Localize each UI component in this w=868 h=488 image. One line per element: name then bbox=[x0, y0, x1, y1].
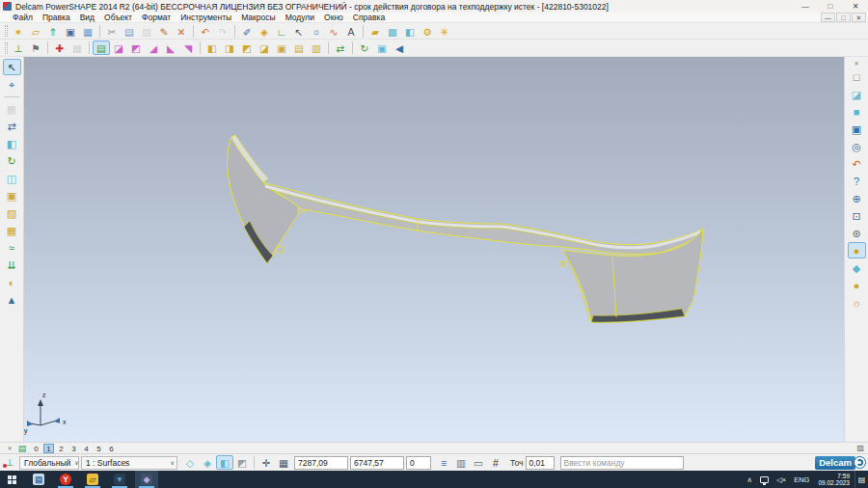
list-view-icon[interactable]: ≡ bbox=[435, 455, 452, 470]
coordinate-z-field[interactable]: 0 bbox=[406, 456, 431, 470]
network-icon[interactable] bbox=[760, 476, 769, 483]
surface-tool-icon[interactable]: ▰ bbox=[366, 24, 384, 39]
assembly-refresh-icon[interactable]: ↻ bbox=[356, 41, 373, 55]
model-canvas[interactable]: z y x bbox=[24, 57, 844, 442]
taskbar-app-explorer[interactable]: ▱ bbox=[81, 471, 104, 488]
pattern-object-icon[interactable]: ▦ bbox=[3, 222, 21, 238]
render-cone-icon[interactable]: ▲ bbox=[3, 291, 21, 308]
toolbar-grip[interactable] bbox=[5, 42, 8, 54]
morph-icon[interactable]: ≈ bbox=[3, 239, 21, 256]
close-button[interactable]: ✕ bbox=[843, 0, 868, 13]
solid-trim-icon[interactable]: ◩ bbox=[238, 41, 256, 55]
window-number[interactable]: 6 bbox=[106, 444, 117, 453]
format-painter-icon[interactable]: ✎ bbox=[155, 24, 173, 39]
mirror-object-icon[interactable]: ◫ bbox=[3, 170, 21, 186]
text-tool-icon[interactable]: A bbox=[342, 24, 360, 39]
level-manager-icon[interactable]: ▤ bbox=[15, 444, 29, 453]
mdi-restore-button[interactable]: □ bbox=[836, 13, 851, 22]
window-number[interactable]: 2 bbox=[56, 444, 67, 453]
window-number[interactable]: 0 bbox=[31, 444, 41, 453]
taskbar-app-powershape[interactable]: ◆ bbox=[135, 471, 158, 488]
render-sphere-icon[interactable]: ● bbox=[848, 277, 866, 293]
iso-view-icon[interactable]: ◎ bbox=[848, 138, 866, 154]
workplane-select[interactable]: Глобальный ∨ bbox=[19, 456, 79, 470]
menu-item[interactable]: Файл bbox=[8, 13, 38, 23]
level-bar-close-icon[interactable]: ✕ bbox=[4, 445, 15, 451]
mdi-minimize-button[interactable]: — bbox=[821, 13, 835, 22]
surface-trim-icon[interactable]: ◣ bbox=[162, 41, 179, 55]
import-icon[interactable]: ⇑ bbox=[44, 24, 62, 39]
window-number[interactable]: 5 bbox=[94, 444, 104, 453]
solid-hollow-icon[interactable]: ▣ bbox=[273, 41, 290, 55]
project-icon[interactable]: ⇊ bbox=[3, 257, 21, 273]
offset-object-icon[interactable]: ▣ bbox=[3, 187, 21, 203]
view-toolbar-close-icon[interactable]: ✕ bbox=[848, 59, 866, 68]
hidden-line-view-icon[interactable]: ◪ bbox=[848, 86, 866, 102]
solid-open-icon[interactable]: ◪ bbox=[256, 41, 273, 55]
filter-solid-icon[interactable]: ◩ bbox=[233, 455, 251, 470]
wrap-tool-icon[interactable]: ◈ bbox=[256, 24, 273, 39]
window-number[interactable]: 4 bbox=[81, 444, 92, 453]
maximize-button[interactable]: □ bbox=[818, 0, 843, 13]
solid-boolean-icon[interactable]: ▤ bbox=[290, 41, 308, 55]
level-browser-icon[interactable]: ▤ bbox=[93, 41, 110, 55]
calculator-icon[interactable]: ▭ bbox=[470, 455, 487, 470]
rotate-object-icon[interactable]: ↻ bbox=[3, 152, 21, 169]
flag-icon[interactable]: ⚑ bbox=[27, 41, 44, 55]
save-icon[interactable]: ▣ bbox=[62, 24, 79, 39]
command-input[interactable] bbox=[560, 456, 684, 470]
menu-item[interactable]: Объект bbox=[99, 13, 137, 23]
workplane-tool-icon[interactable]: ⌖ bbox=[3, 76, 21, 93]
arc-tool-icon[interactable]: ∿ bbox=[325, 24, 342, 39]
shaded-sphere-icon[interactable]: ● bbox=[848, 242, 866, 258]
open-model-icon[interactable]: ▱ bbox=[27, 24, 44, 39]
surface-fillet-icon[interactable]: ◥ bbox=[179, 41, 197, 55]
tolerance-field[interactable]: 0,01 bbox=[526, 456, 555, 470]
mdi-close-button[interactable]: ✕ bbox=[852, 13, 866, 22]
menu-item[interactable]: Справка bbox=[348, 13, 390, 23]
line-tool-icon[interactable]: ✐ bbox=[238, 24, 256, 39]
assembly-component-icon[interactable]: ▣ bbox=[373, 41, 391, 55]
assembly-pointer-icon[interactable]: ◀ bbox=[391, 41, 408, 55]
taskbar-app-yandex[interactable]: Y bbox=[54, 471, 77, 488]
pan-view-icon[interactable]: ⊕ bbox=[848, 190, 866, 206]
menu-item[interactable]: Окно bbox=[319, 13, 348, 23]
scale-object-icon[interactable]: ▨ bbox=[3, 204, 21, 221]
circle-tool-icon[interactable]: ○ bbox=[308, 24, 325, 39]
zoom-help-icon[interactable]: ? bbox=[848, 173, 866, 189]
surface-edit-icon[interactable]: ◩ bbox=[127, 41, 145, 55]
menu-item[interactable]: Правка bbox=[38, 13, 75, 23]
coordinate-x-field[interactable]: 7287,09 bbox=[294, 456, 348, 470]
surface-extend-icon[interactable]: ◢ bbox=[145, 41, 162, 55]
print-icon[interactable]: ▦ bbox=[79, 24, 96, 39]
view-undo-icon[interactable]: ↶ bbox=[848, 155, 866, 172]
menu-item[interactable]: Формат bbox=[137, 13, 176, 23]
cut-icon[interactable]: ✂ bbox=[103, 24, 121, 39]
menu-item[interactable]: Макросы bbox=[236, 13, 280, 23]
surface-select-icon[interactable]: ◪ bbox=[110, 41, 127, 55]
window-number[interactable]: 3 bbox=[68, 444, 79, 453]
move-object-icon[interactable]: ◧ bbox=[3, 135, 21, 151]
undo-icon[interactable]: ↶ bbox=[197, 24, 214, 39]
tray-chevron-icon[interactable]: ∧ bbox=[744, 475, 757, 484]
assembly-exchange-icon[interactable]: ⇄ bbox=[332, 41, 349, 55]
filter-surface-icon[interactable]: ◧ bbox=[216, 455, 233, 470]
zoom-box-icon[interactable]: ⊡ bbox=[848, 207, 866, 224]
grid-icon[interactable]: ▦ bbox=[275, 455, 292, 470]
globe-view-icon[interactable]: ⊛ bbox=[848, 225, 866, 241]
copy-icon[interactable]: ▤ bbox=[121, 24, 138, 39]
shaded-wire-view-icon[interactable]: ▣ bbox=[848, 121, 866, 137]
toolbar-grip[interactable] bbox=[5, 25, 8, 37]
material-icon[interactable]: ◆ bbox=[848, 259, 866, 276]
menu-item[interactable]: Инструменты bbox=[176, 13, 236, 23]
active-workplane-icon[interactable]: ⊥ bbox=[2, 457, 17, 468]
solid-split-icon[interactable]: ◨ bbox=[221, 41, 238, 55]
coordinate-y-field[interactable]: 6747,57 bbox=[350, 456, 404, 470]
solid-tool-icon[interactable]: ▩ bbox=[384, 24, 401, 39]
volume-muted-icon[interactable]: ◁× bbox=[773, 475, 790, 484]
snap-tolerance-icon[interactable]: # bbox=[487, 455, 504, 470]
redo-icon[interactable]: ↷ bbox=[214, 24, 231, 39]
taskbar-clock[interactable]: 7:59 09.02.2023 bbox=[813, 473, 854, 486]
delete-icon[interactable]: ✕ bbox=[173, 24, 190, 39]
model-blade[interactable] bbox=[263, 182, 703, 254]
